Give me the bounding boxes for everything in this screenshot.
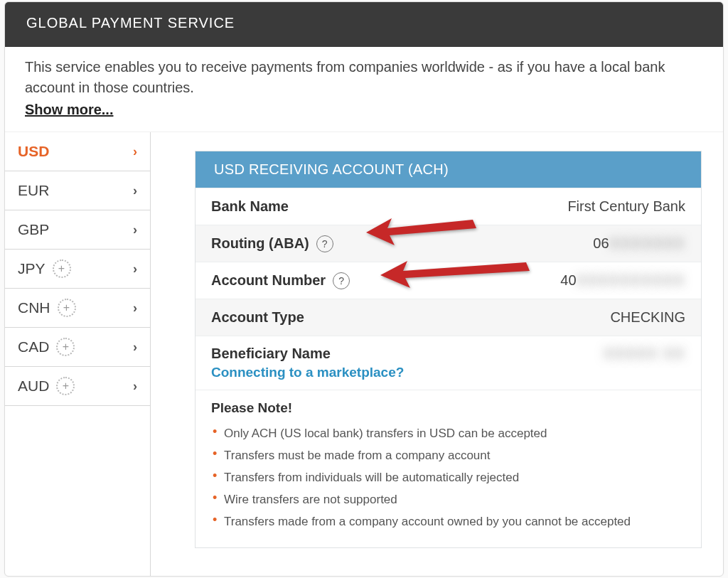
plus-icon: +	[53, 259, 71, 278]
chevron-icon: ›	[133, 183, 137, 198]
account-number-visible: 40	[560, 272, 576, 288]
chevron-icon: ›	[133, 262, 137, 277]
account-card-title: USD RECEIVING ACCOUNT (ACH)	[214, 161, 449, 177]
global-payment-card: GLOBAL PAYMENT SERVICE This service enab…	[4, 1, 724, 577]
help-icon[interactable]: ?	[316, 235, 333, 252]
row-label: Account Type	[211, 309, 304, 326]
row-label: Account Number ?	[211, 272, 350, 289]
row-label: Beneficiary Name	[211, 346, 404, 362]
note-item: Transfers must be made from a company ac…	[211, 445, 685, 467]
row-value: 40XXXXXXXXXX	[560, 272, 685, 289]
currency-tab-eur[interactable]: EUR ›	[5, 171, 150, 210]
currency-tab-aud[interactable]: AUD + ›	[5, 367, 150, 406]
note-item: Transfers made from a company account ow…	[211, 511, 685, 533]
currency-code: EUR	[18, 182, 49, 199]
row-routing: Routing (ABA) ? 06XXXXXXX	[196, 225, 701, 262]
row-label-text: Account Number	[211, 272, 326, 289]
account-number-hidden: XXXXXXXXXX	[577, 272, 685, 289]
row-account-type: Account Type CHECKING	[196, 299, 701, 336]
show-more-link[interactable]: Show more...	[25, 100, 113, 120]
plus-icon: +	[56, 377, 75, 395]
row-value: XXXXX XX	[604, 346, 685, 362]
plus-icon: +	[58, 299, 76, 317]
routing-visible: 06	[593, 235, 609, 251]
currency-tab-cnh[interactable]: CNH + ›	[5, 289, 150, 328]
chevron-icon: ›	[133, 340, 137, 355]
chevron-icon: ›	[133, 301, 137, 316]
chevron-icon: ›	[133, 144, 137, 159]
currency-tab-cad[interactable]: CAD + ›	[5, 328, 150, 367]
plus-icon: +	[56, 338, 75, 356]
row-label-text: Routing (ABA)	[211, 235, 309, 252]
row-beneficiary: Beneficiary Name Connecting to a marketp…	[196, 336, 701, 390]
row-account-number: Account Number ? 40XXXXXXXXXX	[196, 262, 701, 299]
account-details-panel: USD RECEIVING ACCOUNT (ACH) Bank Name Fi…	[151, 132, 723, 576]
note-item: Only ACH (US local bank) transfers in US…	[211, 423, 685, 445]
row-label: Routing (ABA) ?	[211, 235, 333, 252]
content-body: USD › EUR › GBP › JPY +	[5, 132, 723, 576]
currency-code: JPY	[18, 260, 46, 277]
currency-tab-usd[interactable]: USD ›	[5, 132, 150, 171]
note-item: Wire transfers are not supported	[211, 489, 685, 511]
intro-text: This service enables you to receive paym…	[25, 59, 665, 95]
row-value: 06XXXXXXX	[593, 235, 685, 252]
chevron-icon: ›	[133, 223, 137, 237]
currency-code: CAD	[18, 338, 49, 355]
beneficiary-hidden: XXXXX XX	[604, 346, 685, 362]
row-value: First Century Bank	[567, 198, 685, 215]
row-bank-name: Bank Name First Century Bank	[196, 188, 701, 225]
currency-code: GBP	[18, 221, 49, 238]
note-title: Please Note!	[211, 400, 685, 416]
currency-code: AUD	[18, 378, 49, 395]
row-label: Bank Name	[211, 198, 289, 215]
section-header: GLOBAL PAYMENT SERVICE	[5, 2, 723, 47]
note-box: Please Note! Only ACH (US local bank) tr…	[196, 390, 701, 547]
section-header-title: GLOBAL PAYMENT SERVICE	[26, 15, 235, 31]
currency-code: USD	[18, 143, 49, 160]
routing-hidden: XXXXXXX	[609, 235, 685, 252]
help-icon[interactable]: ?	[333, 272, 350, 289]
currency-tab-jpy[interactable]: JPY + ›	[5, 250, 150, 289]
currency-sidebar: USD › EUR › GBP › JPY +	[5, 132, 151, 576]
note-item: Transfers from individuals will be autom…	[211, 467, 685, 489]
account-card: USD RECEIVING ACCOUNT (ACH) Bank Name Fi…	[195, 151, 702, 548]
intro-block: This service enables you to receive paym…	[5, 47, 723, 132]
chevron-icon: ›	[133, 379, 137, 394]
marketplace-link[interactable]: Connecting to a marketplace?	[211, 365, 404, 380]
row-value: CHECKING	[610, 309, 685, 326]
currency-tab-gbp[interactable]: GBP ›	[5, 210, 150, 250]
currency-code: CNH	[18, 299, 50, 316]
note-list: Only ACH (US local bank) transfers in US…	[211, 423, 685, 533]
account-card-header: USD RECEIVING ACCOUNT (ACH)	[196, 151, 701, 188]
